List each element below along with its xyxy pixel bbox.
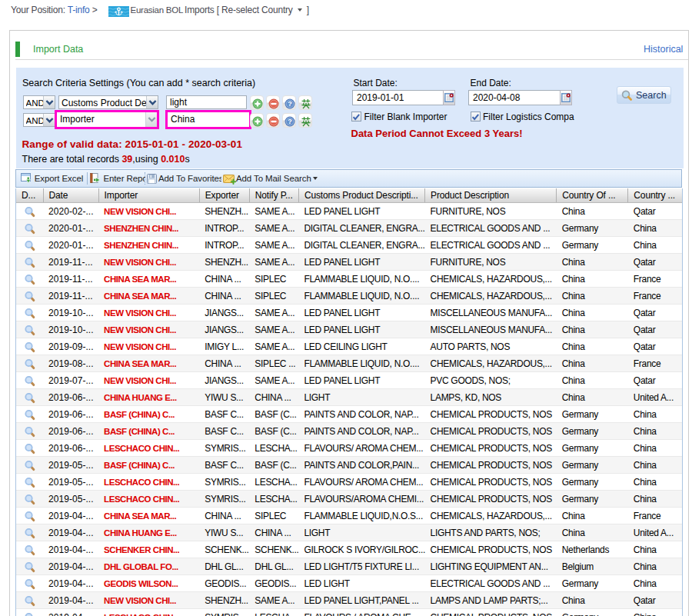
svg-text:?: ? [288, 100, 292, 108]
svg-text:?: ? [288, 118, 292, 125]
